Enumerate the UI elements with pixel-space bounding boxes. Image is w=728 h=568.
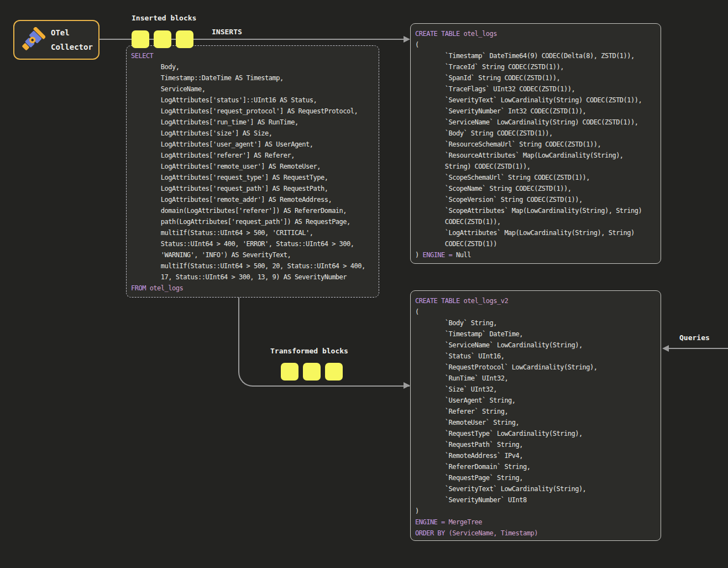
transformed-blocks-label: Transformed blocks	[270, 347, 348, 355]
queries-connector-line	[669, 348, 728, 349]
data-block	[154, 30, 171, 48]
queries-label: Queries	[679, 333, 710, 342]
inserts-label: INSERTS	[212, 28, 242, 36]
select-query-box: SELECT Body, Timestamp::DateTime AS Time…	[126, 45, 379, 298]
diagram-canvas: OTel Collector Inserted blocks INSERTS S…	[0, 0, 728, 568]
transformed-arrowhead-icon	[404, 382, 410, 389]
data-block	[325, 363, 343, 381]
data-block	[303, 363, 321, 381]
inserts-arrowhead-icon	[404, 36, 410, 43]
create-table-otel-logs-v2-box: CREATE TABLE otel_logs_v2( `Body` String…	[410, 290, 661, 541]
create-table-otel-logs-box: CREATE TABLE otel_logs( `Timestamp` Date…	[410, 23, 661, 264]
otel-collector-label-line1: OTel	[51, 25, 93, 40]
data-block	[132, 30, 149, 48]
otel-collector-label: OTel Collector	[51, 25, 93, 54]
queries-arrowhead-icon	[662, 345, 669, 352]
data-block	[281, 363, 298, 381]
otel-telescope-icon	[20, 27, 45, 53]
inserted-blocks-group	[132, 30, 193, 48]
data-block	[176, 30, 193, 48]
transformed-blocks-group	[281, 363, 343, 381]
inserted-blocks-label: Inserted blocks	[132, 14, 196, 22]
otel-collector-node: OTel Collector	[13, 20, 99, 60]
otel-collector-label-line2: Collector	[51, 40, 93, 54]
